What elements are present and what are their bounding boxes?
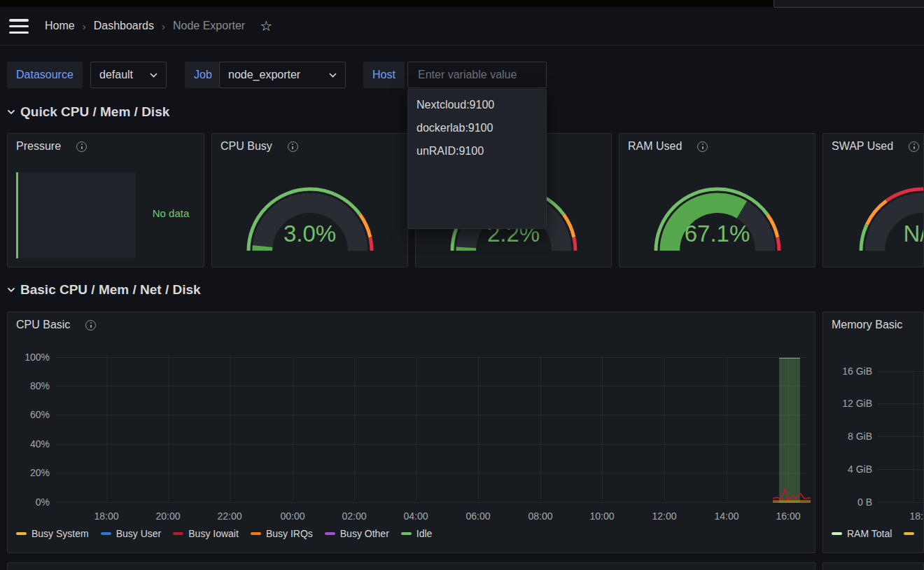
x-tick-label: 18:00 — [94, 510, 118, 522]
nav-bar: Home › Dashboards › Node Exporter ☆ — [0, 7, 924, 46]
gridline — [664, 357, 665, 502]
x-tick-label: 02:00 — [342, 510, 366, 522]
host-option-dockerlab[interactable]: dockerlab:9100 — [408, 116, 546, 139]
chevron-down-icon — [7, 287, 15, 293]
memory-basic-legend: RAM Total — [832, 528, 914, 539]
series-swatch — [173, 532, 183, 535]
y-tick-label: 0 B — [823, 496, 872, 508]
y-tick-label: 60% — [8, 409, 50, 420]
info-icon[interactable] — [909, 141, 919, 152]
gridline — [727, 357, 727, 502]
datasource-value: default — [99, 69, 133, 81]
panel-title: SWAP Used — [832, 140, 893, 153]
top-strip — [0, 0, 924, 7]
host-dropdown-menu: Nextcloud:9100 dockerlab:9100 unRAID:910… — [407, 89, 547, 229]
host-option-nextcloud[interactable]: Nextcloud:9100 — [408, 93, 546, 116]
panel-title: Memory Basic — [832, 319, 902, 331]
legend-item[interactable]: Idle — [401, 528, 433, 539]
job-select[interactable]: node_exporter — [219, 62, 346, 88]
x-tick-label: 00:00 — [280, 510, 304, 522]
gridline — [293, 357, 293, 502]
breadcrumb-current: Node Exporter — [173, 20, 245, 32]
legend-item[interactable]: Busy User — [101, 528, 162, 539]
y-tick-label: 4 GiB — [823, 464, 872, 475]
info-icon[interactable] — [288, 141, 298, 152]
grafana-dashboard: Home › Dashboards › Node Exporter ☆ Data… — [0, 0, 924, 570]
cpu-basic-legend: Busy System Busy User Busy Iowait Busy I… — [16, 528, 432, 539]
y-tick-label: 0% — [8, 496, 50, 508]
x-tick-label: 10:00 — [589, 510, 614, 522]
gridline — [478, 357, 479, 502]
x-tick-label: 14:00 — [714, 510, 738, 522]
gridline — [602, 357, 603, 502]
y-tick-label: 40% — [8, 438, 50, 450]
favorite-star-icon[interactable]: ☆ — [258, 19, 274, 33]
y-tick-label: 20% — [8, 467, 50, 478]
breadcrumb-dashboards[interactable]: Dashboards — [94, 20, 154, 32]
job-value: node_exporter — [228, 69, 300, 81]
chevron-down-icon — [329, 73, 337, 78]
pressure-empty-plot — [16, 172, 136, 258]
info-icon[interactable] — [85, 320, 96, 331]
cpu-busy-gauge: 3.0% — [233, 174, 387, 258]
gridline — [878, 403, 924, 404]
partial-panel — [7, 562, 816, 570]
legend-label: Idle — [416, 528, 433, 539]
y-tick-label: 80% — [8, 380, 50, 391]
gridline — [540, 357, 541, 502]
info-icon[interactable] — [697, 141, 708, 152]
gridline — [878, 436, 924, 437]
menu-toggle-icon[interactable] — [9, 19, 30, 34]
row-title: Quick CPU / Mem / Disk — [20, 104, 169, 120]
panel-cpu-busy: CPU Busy 3.0% — [211, 133, 408, 267]
legend-label: RAM Total — [847, 528, 892, 539]
series-swatch — [101, 532, 111, 535]
gridline — [913, 371, 913, 502]
gridline — [168, 357, 169, 502]
ram-used-gauge: 67.1% — [640, 174, 794, 258]
breadcrumb-home[interactable]: Home — [45, 20, 75, 32]
panel-swap-used: SWAP Used N/A — [822, 133, 924, 267]
series-swatch — [832, 532, 842, 535]
datasource-select[interactable]: default — [90, 62, 167, 88]
row-title: Basic CPU / Mem / Net / Disk — [20, 282, 201, 298]
legend-item[interactable] — [904, 532, 914, 535]
series-swatch — [251, 532, 261, 535]
x-tick-label: 06:00 — [465, 510, 490, 522]
row-header-quick[interactable]: Quick CPU / Mem / Disk — [7, 102, 169, 122]
x-tick-label: 16:00 — [776, 510, 800, 522]
gridline — [55, 502, 806, 503]
variable-label-job: Job — [185, 62, 221, 88]
legend-item[interactable]: Busy IRQs — [251, 528, 313, 539]
gridline — [416, 357, 416, 502]
x-tick-label: 08:00 — [528, 510, 552, 522]
panel-memory-basic: Memory Basic 16 GiB 12 GiB 8 GiB 4 GiB 0… — [822, 312, 924, 553]
gridline — [878, 502, 924, 503]
host-input-wrap — [407, 62, 547, 88]
panel-title: RAM Used — [628, 140, 682, 153]
gridline — [230, 357, 230, 502]
series-noise — [767, 482, 816, 503]
x-tick-label: 04:00 — [403, 510, 428, 522]
x-tick-label: 20:00 — [155, 510, 180, 522]
host-input[interactable] — [416, 68, 538, 82]
gridline — [354, 357, 355, 502]
legend-label: Busy Other — [340, 528, 389, 539]
variable-label-host: Host — [363, 62, 405, 88]
idle-area-spike — [779, 358, 800, 503]
row-header-basic[interactable]: Basic CPU / Mem / Net / Disk — [7, 280, 201, 300]
series-swatch — [325, 532, 335, 535]
legend-item[interactable]: RAM Total — [832, 528, 892, 539]
y-tick-label: 16 GiB — [823, 366, 872, 377]
legend-label: Busy System — [31, 528, 89, 539]
legend-item[interactable]: Busy System — [16, 528, 89, 539]
host-option-unraid[interactable]: unRAID:9100 — [408, 139, 546, 162]
chevron-down-icon — [7, 109, 15, 115]
gridline — [878, 469, 924, 470]
info-icon[interactable] — [76, 141, 87, 152]
partial-panel — [822, 562, 924, 570]
legend-item[interactable]: Busy Other — [325, 528, 389, 539]
legend-item[interactable]: Busy Iowait — [173, 528, 239, 539]
breadcrumb-separator: › — [83, 20, 86, 32]
series-swatch — [16, 532, 27, 535]
